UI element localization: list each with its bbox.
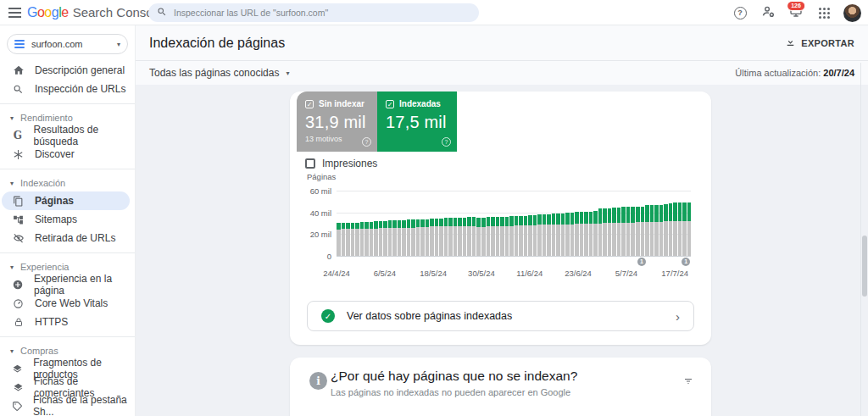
bar[interactable] xyxy=(383,221,387,256)
sidebar-section-indexing[interactable]: ▾Indexación xyxy=(0,175,135,191)
bar[interactable] xyxy=(360,222,364,256)
bar[interactable] xyxy=(491,217,495,256)
sidebar-item-https[interactable]: HTTPS xyxy=(0,313,135,331)
bar[interactable] xyxy=(570,213,575,256)
menu-icon[interactable] xyxy=(2,0,27,25)
help-icon[interactable]: ? xyxy=(362,137,371,147)
view-indexed-data-row[interactable]: ✓ Ver datos sobre páginas indexadas › xyxy=(307,301,694,331)
messages-button[interactable]: 126 xyxy=(787,4,804,21)
sidebar-item-search-results[interactable]: GResultados de búsqueda xyxy=(0,126,135,145)
bar[interactable] xyxy=(439,219,443,257)
google-apps-button[interactable] xyxy=(815,4,832,21)
bar[interactable] xyxy=(641,207,645,256)
bar[interactable] xyxy=(636,207,640,256)
url-inspection-search[interactable]: Inspeccionar las URL de "surfoon.com" xyxy=(148,3,479,22)
bar[interactable] xyxy=(370,222,374,256)
sidebar-item-pages[interactable]: Páginas xyxy=(2,191,130,210)
bar[interactable] xyxy=(505,217,509,256)
bar[interactable] xyxy=(496,217,500,256)
sidebar-item-discover[interactable]: Discover xyxy=(0,145,135,164)
bar[interactable] xyxy=(467,217,471,256)
bar[interactable] xyxy=(669,203,673,256)
bar[interactable] xyxy=(617,208,621,256)
bar[interactable] xyxy=(537,214,542,256)
bar[interactable] xyxy=(453,218,458,256)
bar[interactable] xyxy=(515,216,519,256)
page-filter-dropdown[interactable]: Todas las páginas conocidas ▾ xyxy=(149,67,289,79)
bar[interactable] xyxy=(392,220,397,256)
bar[interactable] xyxy=(388,220,392,256)
bar[interactable] xyxy=(426,219,430,256)
bar[interactable] xyxy=(374,221,378,256)
bar[interactable] xyxy=(364,222,369,256)
bar[interactable] xyxy=(448,218,453,256)
sidebar-item-page-experience[interactable]: Experiencia en la página xyxy=(0,275,135,294)
help-icon[interactable]: ? xyxy=(442,137,451,147)
bar[interactable] xyxy=(645,205,649,256)
bar[interactable] xyxy=(346,223,350,256)
bar[interactable] xyxy=(621,207,626,256)
sidebar-item-overview[interactable]: Descripción general xyxy=(0,61,135,80)
bar[interactable] xyxy=(626,207,631,256)
scrollbar-thumb[interactable] xyxy=(862,236,867,297)
bar[interactable] xyxy=(584,212,588,256)
bar[interactable] xyxy=(565,213,570,256)
bar[interactable] xyxy=(556,214,560,256)
bar[interactable] xyxy=(580,212,584,256)
bar[interactable] xyxy=(416,219,420,256)
indexed-checkbox[interactable]: ✓ xyxy=(386,100,394,108)
annotation-marker[interactable]: 1 xyxy=(682,258,690,266)
bar[interactable] xyxy=(682,202,687,256)
bar[interactable] xyxy=(509,216,514,256)
bar[interactable] xyxy=(355,223,359,256)
avatar[interactable] xyxy=(843,4,861,22)
bar[interactable] xyxy=(528,215,532,256)
bar[interactable] xyxy=(351,223,355,256)
bar[interactable] xyxy=(612,208,616,256)
bar[interactable] xyxy=(379,221,383,256)
bar[interactable] xyxy=(420,219,425,256)
bar[interactable] xyxy=(575,212,579,256)
sidebar-item-url-inspection[interactable]: Inspección de URLs xyxy=(0,80,135,98)
indexed-stat-card[interactable]: ✓ Indexadas 17,5 mil ? xyxy=(377,92,457,152)
bar[interactable] xyxy=(659,205,664,256)
not-indexed-stat-card[interactable]: ✓ Sin indexar 31,9 mil 13 motivos ? xyxy=(297,92,377,152)
bar[interactable] xyxy=(458,218,462,256)
bar[interactable] xyxy=(463,218,467,256)
bar[interactable] xyxy=(472,217,476,256)
bar[interactable] xyxy=(533,215,537,256)
bar[interactable] xyxy=(435,219,439,256)
bar[interactable] xyxy=(631,207,635,256)
bar[interactable] xyxy=(673,202,677,256)
bar[interactable] xyxy=(524,216,528,256)
property-selector[interactable]: surfoon.com ▾ xyxy=(7,34,128,54)
bar[interactable] xyxy=(678,202,682,256)
bar[interactable] xyxy=(500,217,504,257)
not-indexed-checkbox[interactable]: ✓ xyxy=(305,100,314,108)
bar[interactable] xyxy=(398,220,402,256)
account-settings-button[interactable] xyxy=(760,4,776,21)
bar[interactable] xyxy=(598,208,603,256)
annotation-marker[interactable]: 1 xyxy=(637,258,646,266)
bar[interactable] xyxy=(589,212,593,257)
bar[interactable] xyxy=(407,219,411,256)
bar[interactable] xyxy=(476,218,481,256)
export-button[interactable]: EXPORTAR xyxy=(785,36,854,49)
bar[interactable] xyxy=(654,205,659,256)
bar[interactable] xyxy=(603,208,607,256)
bar[interactable] xyxy=(430,219,434,256)
help-button[interactable]: ? xyxy=(732,4,748,21)
bar[interactable] xyxy=(342,223,346,256)
impressions-checkbox[interactable] xyxy=(305,158,315,169)
bar[interactable] xyxy=(664,204,668,256)
bar[interactable] xyxy=(552,214,556,256)
filter-list-button[interactable] xyxy=(682,374,694,390)
bar[interactable] xyxy=(542,214,547,256)
bar[interactable] xyxy=(411,219,415,256)
bar[interactable] xyxy=(547,214,551,256)
bar[interactable] xyxy=(593,211,598,256)
bar[interactable] xyxy=(561,214,565,256)
sidebar-item-shopping-tab[interactable]: Fichas de la pestaña Sh... xyxy=(0,397,135,415)
impressions-toggle[interactable]: Impresiones xyxy=(305,158,377,169)
sidebar-item-core-web-vitals[interactable]: Core Web Vitals xyxy=(0,294,135,313)
